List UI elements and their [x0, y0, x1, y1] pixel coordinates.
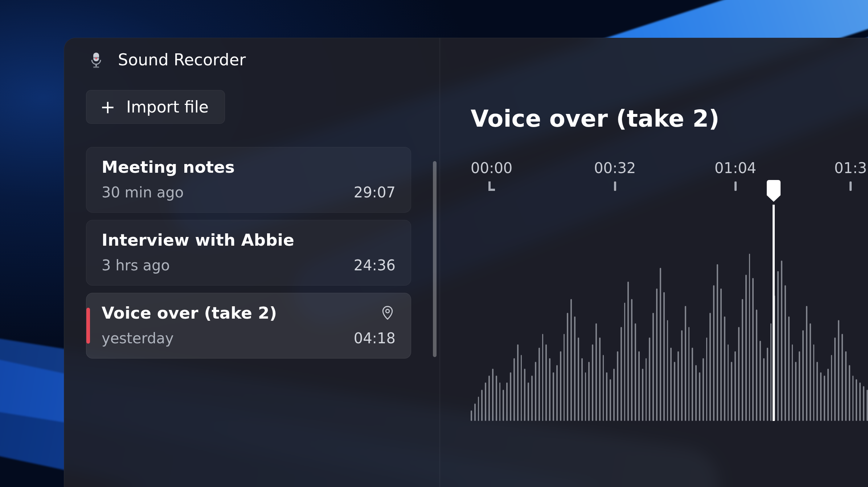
timeline-tick: 01:04 [715, 160, 756, 191]
waveform-bar [760, 341, 761, 421]
waveform-bar [681, 330, 683, 421]
timeline-tick: 00:00 [471, 160, 512, 191]
svg-point-2 [95, 57, 97, 59]
recording-item-title: Meeting notes [102, 157, 235, 177]
waveform-bar [606, 372, 607, 421]
waveform-bar [539, 348, 540, 421]
recording-item-title: Interview with Abbie [102, 230, 294, 250]
recording-item-title: Voice over (take 2) [102, 303, 277, 323]
waveform-bar [588, 362, 590, 421]
waveform-bar [738, 327, 740, 421]
waveform-bar [852, 376, 854, 421]
waveform-bar [720, 288, 722, 421]
timeline[interactable]: 00:0000:3201:0401:3 [471, 160, 868, 421]
waveform-bar [474, 404, 476, 421]
waveform-bar [856, 379, 857, 421]
waveform-bar [820, 372, 822, 421]
waveform-bar [613, 369, 615, 421]
waveform-bar [667, 320, 668, 421]
waveform-bar [810, 323, 811, 421]
waveform [471, 232, 868, 421]
waveform-bar [824, 376, 825, 421]
recording-item-time: yesterday [102, 330, 174, 347]
recording-item[interactable]: Voice over (take 2)yesterday04:18 [86, 293, 411, 359]
waveform-bar [638, 351, 640, 421]
recording-item[interactable]: Meeting notes30 min ago29:07 [86, 147, 411, 213]
timeline-tick-label: 01:3 [834, 160, 867, 176]
waveform-bar [564, 334, 565, 421]
waveform-bar [610, 379, 611, 421]
app-icon-microphone-icon [88, 52, 104, 68]
waveform-bar [792, 344, 793, 421]
titlebar[interactable]: Sound Recorder [64, 38, 868, 69]
waveform-bar [692, 348, 693, 421]
playhead-handle-icon[interactable] [767, 180, 781, 195]
waveform-bar [709, 313, 711, 421]
waveform-bar [510, 372, 511, 421]
waveform-bar [570, 299, 572, 421]
recording-item[interactable]: Interview with Abbie3 hrs ago24:36 [86, 220, 411, 286]
playhead-line [773, 205, 775, 421]
waveform-bar [827, 369, 829, 421]
waveform-bar [542, 334, 544, 421]
waveform-bar [859, 382, 861, 421]
timeline-tick-label: 00:00 [471, 160, 512, 176]
waveform-bar [867, 390, 868, 421]
waveform-bar [742, 299, 743, 421]
waveform-bar [581, 358, 583, 421]
waveform-bar [545, 344, 547, 421]
waveform-bar [528, 382, 529, 421]
waveform-bar [627, 282, 629, 421]
waveform-bar [816, 362, 818, 421]
waveform-bar [624, 303, 626, 421]
waveform-bar [670, 348, 672, 421]
waveform-bar [485, 382, 486, 421]
waveform-bar [749, 254, 750, 421]
waveform-bar [795, 362, 797, 421]
waveform-bar [717, 264, 718, 421]
waveform-bar [834, 337, 836, 421]
waveform-bar [660, 268, 661, 421]
import-file-label: Import file [126, 98, 209, 116]
timeline-tick-label: 00:32 [594, 160, 636, 176]
waveform-bar [481, 390, 483, 421]
waveform-bar [731, 362, 732, 421]
waveform-bar [806, 306, 807, 421]
waveform-bar [745, 275, 747, 421]
waveform-bar [471, 410, 472, 421]
recording-item-duration: 29:07 [354, 184, 396, 201]
waveform-bar [706, 337, 708, 421]
waveform-bar [785, 285, 786, 421]
timeline-tick: 00:32 [594, 160, 636, 191]
waveform-bar [695, 365, 697, 421]
waveform-bar [838, 320, 839, 421]
waveform-bar [574, 316, 576, 421]
marker-pin-icon [380, 304, 396, 322]
waveform-bar [813, 344, 815, 421]
waveform-bar [524, 369, 525, 421]
waveform-bar [799, 351, 800, 421]
import-file-button[interactable]: + Import file [86, 90, 225, 124]
timeline-tick-label: 01:04 [715, 160, 756, 176]
playhead[interactable] [767, 180, 781, 421]
recording-title: Voice over (take 2) [471, 105, 868, 132]
waveform-bar [599, 337, 601, 421]
waveform-bar [503, 390, 504, 421]
waveform-bar [763, 358, 765, 421]
waveform-bar [646, 358, 647, 421]
waveform-bar [724, 316, 725, 421]
sidebar-scrollbar[interactable] [433, 161, 437, 357]
recording-item-time: 3 hrs ago [102, 257, 170, 274]
waveform-bar [549, 358, 550, 421]
waveform-bar [845, 351, 847, 421]
waveform-bar [617, 351, 618, 421]
app-window: Sound Recorder + Import file Meeting not… [64, 38, 868, 487]
timeline-ruler: 00:0000:3201:0401:3 [471, 160, 868, 189]
waveform-bar [656, 288, 658, 421]
waveform-bar [663, 292, 665, 421]
waveform-bar [553, 372, 554, 421]
timeline-tick: 01:3 [834, 160, 867, 191]
waveform-bar [478, 397, 479, 421]
waveform-bar [560, 351, 561, 421]
waveform-bar [535, 362, 536, 421]
